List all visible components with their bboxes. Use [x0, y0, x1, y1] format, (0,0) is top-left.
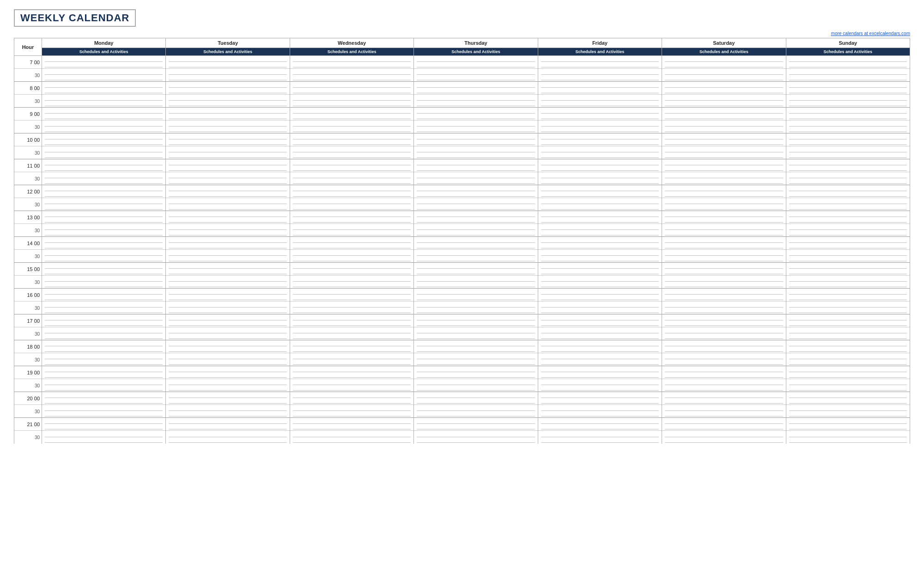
cell-major-13-day-0[interactable] [42, 392, 166, 405]
cell-minor-11-day-4[interactable] [538, 353, 662, 366]
cell-major-4-day-6[interactable] [786, 159, 910, 172]
cell-major-5-day-0[interactable] [42, 185, 166, 198]
cell-minor-8-day-5[interactable] [662, 276, 786, 289]
cell-major-1-day-6[interactable] [786, 82, 910, 95]
cell-major-9-day-6[interactable] [786, 289, 910, 302]
cell-minor-5-day-3[interactable] [414, 198, 538, 211]
cell-major-6-day-0[interactable] [42, 211, 166, 224]
cell-minor-7-day-1[interactable] [166, 250, 290, 263]
cell-major-4-day-4[interactable] [538, 159, 662, 172]
cell-major-11-day-1[interactable] [166, 340, 290, 353]
cell-minor-4-day-0[interactable] [42, 172, 166, 185]
cell-minor-14-day-5[interactable] [662, 431, 786, 444]
cell-minor-4-day-2[interactable] [290, 172, 413, 185]
cell-minor-5-day-0[interactable] [42, 198, 166, 211]
cell-major-13-day-5[interactable] [662, 392, 786, 405]
cell-major-0-day-3[interactable] [414, 56, 538, 69]
cell-major-11-day-0[interactable] [42, 340, 166, 353]
cell-major-2-day-5[interactable] [662, 108, 786, 121]
external-link[interactable]: more calendars at excelcalendars.com [831, 31, 910, 36]
cell-minor-2-day-1[interactable] [166, 121, 290, 133]
cell-minor-11-day-3[interactable] [414, 353, 538, 366]
cell-major-0-day-1[interactable] [166, 56, 290, 69]
cell-minor-3-day-5[interactable] [662, 146, 786, 159]
cell-major-12-day-4[interactable] [538, 366, 662, 379]
cell-minor-5-day-1[interactable] [166, 198, 290, 211]
cell-minor-0-day-4[interactable] [538, 69, 662, 82]
cell-minor-1-day-4[interactable] [538, 95, 662, 108]
cell-major-8-day-4[interactable] [538, 263, 662, 276]
cell-minor-4-day-3[interactable] [414, 172, 538, 185]
cell-minor-11-day-5[interactable] [662, 353, 786, 366]
cell-minor-3-day-0[interactable] [42, 146, 166, 159]
cell-minor-12-day-4[interactable] [538, 379, 662, 392]
cell-major-5-day-1[interactable] [166, 185, 290, 198]
cell-minor-3-day-2[interactable] [290, 146, 413, 159]
cell-minor-2-day-2[interactable] [290, 121, 413, 133]
cell-major-6-day-1[interactable] [166, 211, 290, 224]
cell-major-2-day-2[interactable] [290, 108, 413, 121]
cell-major-4-day-1[interactable] [166, 159, 290, 172]
cell-major-6-day-3[interactable] [414, 211, 538, 224]
cell-minor-1-day-1[interactable] [166, 95, 290, 108]
cell-minor-2-day-6[interactable] [786, 121, 910, 133]
cell-major-2-day-3[interactable] [414, 108, 538, 121]
cell-major-0-day-0[interactable] [42, 56, 166, 69]
cell-major-8-day-1[interactable] [166, 263, 290, 276]
cell-major-10-day-1[interactable] [166, 314, 290, 327]
cell-major-2-day-4[interactable] [538, 108, 662, 121]
cell-minor-1-day-0[interactable] [42, 95, 166, 108]
cell-major-3-day-2[interactable] [290, 133, 413, 146]
cell-minor-2-day-4[interactable] [538, 121, 662, 133]
cell-minor-3-day-1[interactable] [166, 146, 290, 159]
cell-major-8-day-5[interactable] [662, 263, 786, 276]
cell-minor-8-day-4[interactable] [538, 276, 662, 289]
cell-minor-7-day-3[interactable] [414, 250, 538, 263]
cell-minor-5-day-6[interactable] [786, 198, 910, 211]
cell-minor-8-day-0[interactable] [42, 276, 166, 289]
cell-minor-9-day-6[interactable] [786, 302, 910, 314]
cell-major-3-day-1[interactable] [166, 133, 290, 146]
cell-major-11-day-3[interactable] [414, 340, 538, 353]
cell-minor-11-day-2[interactable] [290, 353, 413, 366]
cell-minor-12-day-5[interactable] [662, 379, 786, 392]
cell-major-10-day-4[interactable] [538, 314, 662, 327]
cell-major-12-day-5[interactable] [662, 366, 786, 379]
cell-major-1-day-3[interactable] [414, 82, 538, 95]
cell-major-3-day-5[interactable] [662, 133, 786, 146]
cell-minor-12-day-6[interactable] [786, 379, 910, 392]
cell-minor-7-day-0[interactable] [42, 250, 166, 263]
cell-minor-13-day-2[interactable] [290, 405, 413, 418]
cell-major-0-day-2[interactable] [290, 56, 413, 69]
cell-major-13-day-3[interactable] [414, 392, 538, 405]
cell-major-14-day-6[interactable] [786, 418, 910, 431]
cell-major-3-day-6[interactable] [786, 133, 910, 146]
cell-minor-4-day-5[interactable] [662, 172, 786, 185]
cell-major-0-day-5[interactable] [662, 56, 786, 69]
cell-major-9-day-3[interactable] [414, 289, 538, 302]
cell-minor-8-day-3[interactable] [414, 276, 538, 289]
cell-minor-6-day-6[interactable] [786, 224, 910, 237]
cell-major-4-day-0[interactable] [42, 159, 166, 172]
cell-major-1-day-2[interactable] [290, 82, 413, 95]
cell-minor-0-day-1[interactable] [166, 69, 290, 82]
cell-minor-14-day-4[interactable] [538, 431, 662, 444]
cell-minor-10-day-0[interactable] [42, 327, 166, 340]
cell-major-14-day-3[interactable] [414, 418, 538, 431]
cell-major-5-day-6[interactable] [786, 185, 910, 198]
cell-minor-3-day-4[interactable] [538, 146, 662, 159]
cell-minor-5-day-2[interactable] [290, 198, 413, 211]
cell-major-8-day-3[interactable] [414, 263, 538, 276]
cell-major-2-day-1[interactable] [166, 108, 290, 121]
cell-minor-1-day-5[interactable] [662, 95, 786, 108]
cell-minor-5-day-5[interactable] [662, 198, 786, 211]
cell-minor-0-day-3[interactable] [414, 69, 538, 82]
cell-major-13-day-1[interactable] [166, 392, 290, 405]
cell-major-10-day-5[interactable] [662, 314, 786, 327]
cell-major-5-day-2[interactable] [290, 185, 413, 198]
cell-major-10-day-2[interactable] [290, 314, 413, 327]
cell-minor-11-day-0[interactable] [42, 353, 166, 366]
cell-minor-7-day-2[interactable] [290, 250, 413, 263]
cell-minor-0-day-6[interactable] [786, 69, 910, 82]
cell-minor-9-day-2[interactable] [290, 302, 413, 314]
